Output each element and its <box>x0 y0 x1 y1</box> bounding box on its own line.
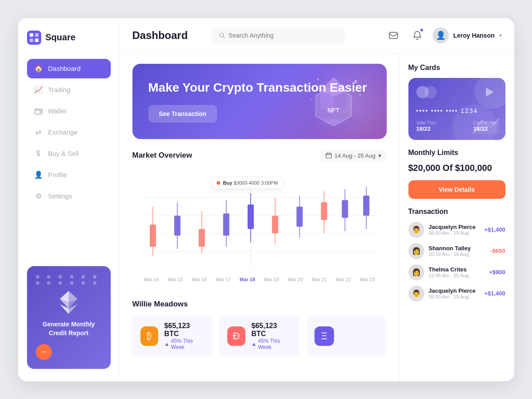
trans-time-2: 12:45 Am - 25 Aug <box>429 273 485 278</box>
credit-report-promo: Generate Monthly Credit Report → <box>27 266 111 368</box>
trans-name-2: Thelma Crites <box>429 266 485 273</box>
crypto-card-btc[interactable]: ₿ $65,123 BTC ▲ 45% This Week <box>132 316 213 356</box>
sidebar-item-label-settings: Settings <box>48 192 72 200</box>
chart-label-mar19: Mar 19 <box>264 277 279 282</box>
exchange-icon: ⇄ <box>34 128 43 137</box>
sidebar-item-settings[interactable]: ⚙ Settings <box>27 186 111 206</box>
see-transaction-button[interactable]: See Transaction <box>148 105 217 123</box>
trans-avatar-0: 👨 <box>408 222 424 238</box>
sidebar-item-dashboard[interactable]: 🏠 Dashboard <box>27 59 111 78</box>
transaction-item-0[interactable]: 👨 Jacquelyn Pierce 08:00 Am - 19 Aug +$1… <box>408 222 505 238</box>
sidebar-item-label-dashboard: Dashboard <box>48 65 81 72</box>
chevron-down-icon: ▾ <box>499 32 502 39</box>
trans-info-3: Jacquelyn Pierce 08:00 Am - 19 Aug <box>429 287 480 299</box>
sidebar-nav: 🏠 Dashboard 📈 Trading Wallet ⇄ <box>27 59 111 260</box>
wallet-icon <box>34 107 43 116</box>
trans-name-3: Jacquelyn Pierce <box>429 287 480 294</box>
trans-name-1: Shannon Talley <box>429 245 486 252</box>
monthly-limits-amount: $20,000 Of $100,000 <box>408 163 505 173</box>
transaction-item-2[interactable]: 👩 Thelma Crites 12:45 Am - 25 Aug +$900 <box>408 264 505 280</box>
trans-amount-2: +$900 <box>489 269 505 275</box>
header: Dashboard <box>120 18 514 53</box>
trans-time-0: 08:00 Am - 19 Aug <box>429 230 480 236</box>
sidebar-item-profile[interactable]: 👤 Profile <box>27 165 111 185</box>
dashboard-icon: 🏠 <box>34 64 43 73</box>
svg-rect-39 <box>223 213 229 235</box>
crypto-card-eth[interactable]: Ξ <box>307 316 387 356</box>
page-title: Dashboard <box>132 29 188 42</box>
hero-text: Make Your Crypto Transaction Easier See … <box>148 80 367 122</box>
card-valid-thru-label: Valid Thru <box>416 120 436 125</box>
sidebar-item-label-trading: Trading <box>48 86 70 93</box>
chart-label-mar16: Mar 16 <box>192 277 207 282</box>
svg-rect-35 <box>174 215 180 235</box>
trans-info-2: Thelma Crites 12:45 Am - 25 Aug <box>429 266 485 278</box>
sidebar-item-buy-sell[interactable]: $ Buy & Sell <box>27 144 111 163</box>
settings-icon: ⚙ <box>34 192 43 201</box>
crypto-cards: ₿ $65,123 BTC ▲ 45% This Week Ð $65,1 <box>132 316 387 356</box>
user-info[interactable]: 👤 Leroy Hanson ▾ <box>433 27 501 43</box>
transaction-item-1[interactable]: 👩 Shannon Talley 10:15 Am - 19 Aug -$650 <box>408 243 505 259</box>
card-play-icon <box>482 85 497 101</box>
my-cards-title: My Cards <box>408 64 505 72</box>
crypto-card-dash[interactable]: Ð $65,123 BTC ▲ 45% This Week <box>219 316 299 356</box>
trans-avatar-2: 👩 <box>408 264 424 280</box>
search-bar[interactable] <box>212 27 345 43</box>
svg-rect-48 <box>321 202 327 220</box>
trans-amount-0: +$1,400 <box>484 226 505 233</box>
dash-change: ▲ 45% This Week <box>252 338 291 350</box>
app-name: Square <box>46 32 76 43</box>
promo-arrow-button[interactable]: → <box>36 344 52 360</box>
svg-rect-6 <box>39 111 41 112</box>
promo-title: Generate Monthly Credit Report <box>36 320 102 337</box>
svg-rect-4 <box>35 39 39 42</box>
chart-label-mar23: Mar 23 <box>360 277 375 282</box>
notification-badge <box>419 28 424 32</box>
trans-avatar-3: 👨 <box>408 286 424 302</box>
willie-meadows-header: Willie Meadows <box>132 300 387 309</box>
view-details-button[interactable]: View Details <box>408 180 505 199</box>
card-valid-thru-value: 18/22 <box>416 125 436 132</box>
sidebar-item-label-buy-sell: Buy & Sell <box>48 150 79 157</box>
sidebar-item-label-profile: Profile <box>48 171 67 178</box>
btc-change-arrow: ▲ <box>164 341 170 347</box>
chart-container: Buy $3000-4000 3:00PM <box>132 169 387 289</box>
chart-label-mar14: Mar 14 <box>144 277 159 282</box>
mail-icon <box>389 32 398 39</box>
willie-meadows-title: Willie Meadows <box>132 300 188 309</box>
calendar-icon <box>326 152 332 159</box>
sidebar-item-wallet[interactable]: Wallet <box>27 101 111 121</box>
hero-banner: Make Your Crypto Transaction Easier See … <box>132 64 387 139</box>
transaction-list: 👨 Jacquelyn Pierce 08:00 Am - 19 Aug +$1… <box>408 222 505 302</box>
date-range-label: 14 Aug - 25 Aug <box>334 152 376 159</box>
center-panel: Make Your Crypto Transaction Easier See … <box>120 53 399 381</box>
market-overview-title: Market Overview <box>132 151 192 160</box>
svg-rect-2 <box>35 33 39 37</box>
transaction-item-3[interactable]: 👨 Jacquelyn Pierce 08:00 Am - 19 Aug +$1… <box>408 286 505 302</box>
search-icon <box>219 32 225 39</box>
eth-icon: Ξ <box>315 326 334 346</box>
buy-sell-icon: $ <box>34 149 43 158</box>
sidebar: Square 🏠 Dashboard 📈 Trading Wall <box>18 18 120 381</box>
svg-rect-33 <box>150 225 156 247</box>
user-avatar: 👤 <box>433 27 449 43</box>
dash-change-arrow: ▲ <box>252 341 257 347</box>
trading-icon: 📈 <box>34 85 43 94</box>
chart-label-mar20: Mar 20 <box>288 277 303 282</box>
chart-label-mar17: Mar 17 <box>216 277 231 282</box>
svg-rect-37 <box>198 229 205 247</box>
notification-button[interactable] <box>409 27 426 44</box>
card-circle-2 <box>424 86 437 98</box>
date-filter[interactable]: 14 Aug - 25 Aug ▾ <box>320 150 387 162</box>
trans-name-0: Jacquelyn Pierce <box>429 224 480 230</box>
mail-button[interactable] <box>385 27 402 44</box>
search-input[interactable] <box>229 32 338 39</box>
sidebar-item-trading[interactable]: 📈 Trading <box>27 80 111 100</box>
svg-rect-52 <box>363 195 369 215</box>
logo-icon <box>27 31 41 45</box>
profile-icon: 👤 <box>34 170 43 179</box>
body-layout: Make Your Crypto Transaction Easier See … <box>120 53 514 381</box>
date-chevron-icon: ▾ <box>378 152 381 159</box>
sidebar-item-exchange[interactable]: ⇄ Exchange <box>27 123 111 142</box>
sidebar-item-label-wallet: Wallet <box>48 107 66 115</box>
